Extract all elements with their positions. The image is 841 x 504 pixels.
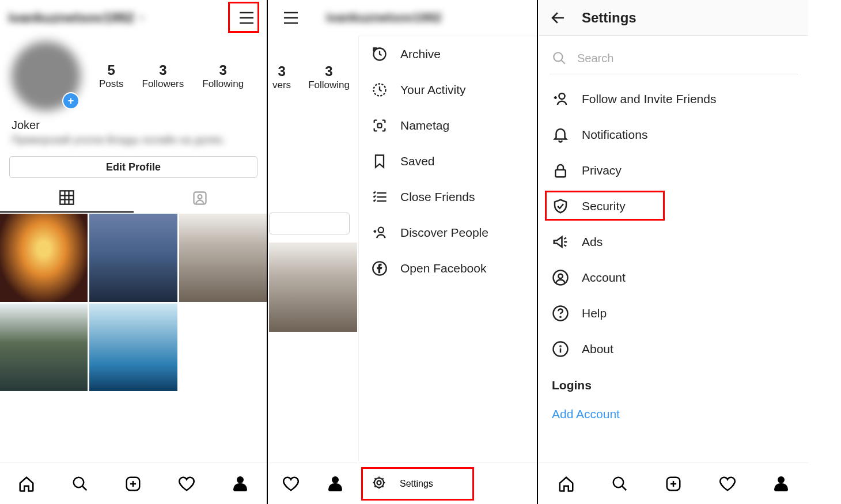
- heart-icon[interactable]: [719, 475, 736, 492]
- ads-icon: [552, 233, 569, 251]
- follow-invite-icon: [552, 90, 569, 108]
- settings-label: Help: [582, 306, 607, 320]
- post-thumbnail[interactable]: [89, 304, 177, 391]
- menu-label: Close Friends: [400, 190, 475, 204]
- edit-profile-button[interactable]: Edit Profile: [9, 156, 257, 178]
- close-friends-icon: [372, 189, 388, 205]
- avatar[interactable]: +: [12, 41, 81, 111]
- svg-line-49: [564, 245, 566, 247]
- search-icon: [552, 51, 567, 66]
- logins-heading: Logins: [550, 372, 798, 399]
- username-dropdown[interactable]: ivankuznetsov1992: [8, 10, 146, 26]
- menu-item-saved[interactable]: Saved: [359, 143, 537, 179]
- heart-icon[interactable]: [178, 475, 195, 492]
- username-text: ivankuznetsov1992: [8, 10, 134, 26]
- search-icon[interactable]: [71, 475, 89, 492]
- post-thumbnail-partial[interactable]: [269, 242, 357, 332]
- settings-item-notifications[interactable]: Notifications: [550, 117, 798, 153]
- notifications-icon: [552, 126, 569, 143]
- settings-label: Account: [582, 271, 626, 285]
- settings-item-help[interactable]: Help: [550, 295, 798, 331]
- bottom-nav: [539, 463, 808, 504]
- menu-item-nametag[interactable]: Nametag: [359, 108, 537, 143]
- post-thumbnail[interactable]: [89, 214, 177, 301]
- settings-body: Search Follow and Invite Friends Notific…: [539, 36, 808, 429]
- svg-point-9: [198, 195, 202, 199]
- svg-point-10: [74, 477, 84, 487]
- settings-item-ads[interactable]: Ads: [550, 224, 798, 260]
- svg-line-42: [561, 60, 565, 64]
- svg-line-11: [82, 486, 87, 490]
- settings-item-security[interactable]: Security: [550, 188, 798, 224]
- profile-screen: ivankuznetsov1992 + 5 Posts 3 Followers …: [0, 0, 268, 504]
- settings-item-follow-invite[interactable]: Follow and Invite Friends: [550, 81, 798, 117]
- post-thumbnail[interactable]: [179, 214, 267, 301]
- add-post-icon[interactable]: [124, 475, 142, 492]
- username-text: ivankuznetsov1992: [326, 10, 442, 25]
- svg-point-41: [554, 52, 562, 61]
- heart-icon[interactable]: [282, 475, 300, 492]
- svg-point-57: [613, 477, 624, 487]
- search-input[interactable]: Search: [550, 46, 798, 74]
- menu-label: Saved: [400, 154, 435, 168]
- menu-screen: ivankuznetsov1992 3 vers 3 Following Arc…: [269, 0, 538, 504]
- add-story-button[interactable]: +: [62, 92, 79, 109]
- stat-posts-label: Posts: [99, 78, 124, 90]
- menu-label: Archive: [400, 47, 441, 61]
- hamburger-menu-button[interactable]: [234, 6, 259, 31]
- profile-tabs: [0, 184, 267, 213]
- tab-tagged[interactable]: [134, 184, 267, 213]
- activity-icon: [372, 82, 388, 98]
- post-thumbnail[interactable]: [0, 304, 88, 391]
- profile-header: ivankuznetsov1992: [0, 0, 267, 36]
- highlight-security: [545, 191, 665, 221]
- stat-following[interactable]: 3 Following: [308, 63, 350, 91]
- menu-item-activity[interactable]: Your Activity: [359, 72, 537, 108]
- settings-item-account[interactable]: Account: [550, 260, 798, 295]
- profile-icon[interactable]: [232, 475, 249, 492]
- menu-label: Open Facebook: [400, 262, 486, 275]
- stat-followers-partial[interactable]: 3 vers: [272, 63, 291, 91]
- edit-profile-button-partial[interactable]: [269, 213, 350, 234]
- add-account-link[interactable]: Add Account: [550, 399, 798, 429]
- svg-point-56: [560, 346, 560, 346]
- stat-followers[interactable]: 3 Followers: [142, 62, 184, 90]
- facebook-icon: [372, 260, 388, 276]
- profile-icon[interactable]: [327, 475, 344, 492]
- edit-profile-label: Edit Profile: [106, 161, 161, 173]
- home-icon[interactable]: [18, 475, 35, 492]
- menu-label: Nametag: [400, 119, 449, 132]
- menu-item-discover[interactable]: Discover People: [359, 215, 537, 251]
- hamburger-menu-button[interactable]: [278, 6, 303, 31]
- account-icon: [552, 269, 569, 286]
- stat-posts[interactable]: 5 Posts: [99, 62, 124, 90]
- tagged-icon: [192, 190, 208, 206]
- menu-label: Discover People: [400, 226, 488, 240]
- svg-point-51: [558, 274, 563, 279]
- archive-icon: [372, 46, 388, 62]
- privacy-icon: [552, 162, 569, 179]
- nametag-icon: [372, 118, 388, 134]
- menu-header: ivankuznetsov1992: [269, 0, 537, 36]
- menu-item-close-friends[interactable]: Close Friends: [359, 179, 537, 215]
- hamburger-icon: [283, 11, 299, 25]
- help-icon: [552, 305, 569, 322]
- stat-following[interactable]: 3 Following: [202, 62, 244, 90]
- settings-screen: Settings Search Follow and Invite Friend…: [539, 0, 808, 504]
- menu-item-archive[interactable]: Archive: [359, 36, 537, 72]
- search-icon[interactable]: [611, 475, 628, 492]
- profile-icon[interactable]: [772, 475, 790, 492]
- svg-rect-46: [555, 170, 566, 177]
- display-name: Joker: [12, 119, 255, 132]
- home-icon[interactable]: [558, 475, 575, 492]
- post-thumbnail[interactable]: [0, 214, 88, 301]
- add-post-icon[interactable]: [665, 475, 682, 492]
- tab-grid[interactable]: [0, 184, 134, 213]
- bottom-nav-partial: [269, 463, 357, 504]
- settings-item-about[interactable]: About: [550, 331, 798, 367]
- settings-item-privacy[interactable]: Privacy: [550, 153, 798, 188]
- menu-label: Your Activity: [400, 83, 466, 97]
- menu-item-facebook[interactable]: Open Facebook: [359, 251, 537, 286]
- back-arrow-icon[interactable]: [550, 9, 567, 26]
- settings-title: Settings: [582, 10, 637, 26]
